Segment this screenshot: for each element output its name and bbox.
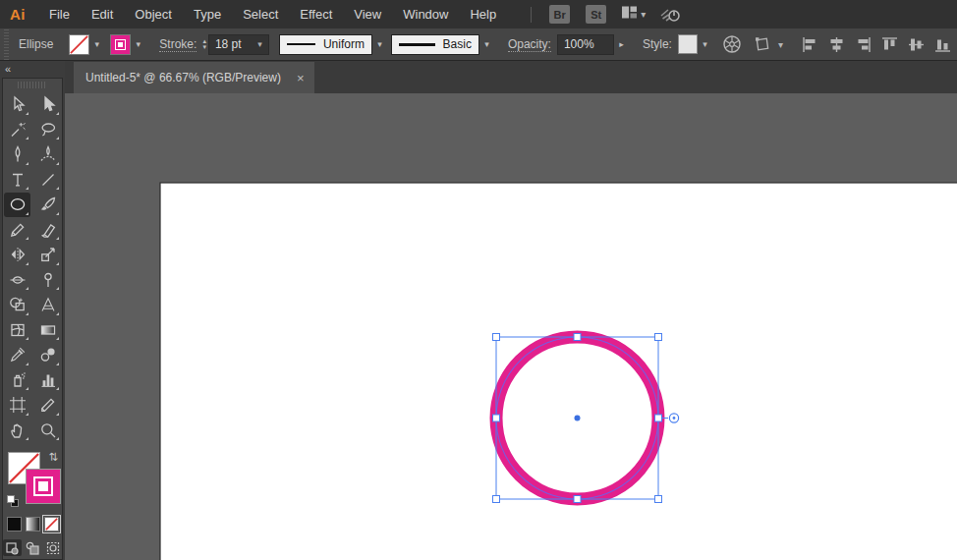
opacity-panel-link[interactable]: Opacity: [508, 37, 551, 52]
menu-item-object[interactable]: Object [124, 0, 183, 28]
symbol-sprayer-tool[interactable] [4, 368, 30, 393]
rotate-tool[interactable] [4, 243, 30, 267]
default-fill-stroke-icon[interactable] [7, 495, 19, 507]
brush-preview [399, 43, 435, 46]
stroke-swatch-chevron-icon[interactable]: ▾ [131, 34, 145, 55]
stroke-panel-link[interactable]: Stroke: [159, 37, 197, 52]
pencil-tool[interactable] [4, 218, 30, 243]
selection-tool[interactable] [4, 92, 30, 117]
tab-close-icon[interactable]: × [297, 71, 305, 85]
handle-top-right [655, 334, 662, 341]
drawing-mode-buttons [3, 539, 63, 556]
draw-inside-button[interactable] [44, 539, 63, 556]
menu-item-view[interactable]: View [343, 0, 392, 28]
stroke-weight-stepper[interactable]: ▴▾ [202, 38, 206, 50]
direct-selection-tool[interactable] [34, 92, 61, 117]
slice-tool[interactable] [34, 393, 61, 418]
bridge-button[interactable]: Br [549, 5, 570, 24]
recolor-artwork-icon[interactable] [722, 34, 742, 54]
illustrator-window: Ai FileEditObjectTypeSelectEffectViewWin… [0, 0, 957, 560]
menu-item-edit[interactable]: Edit [81, 0, 124, 28]
curvature-tool[interactable] [34, 142, 61, 167]
stroke-weight-field[interactable]: 18 pt▾ [208, 34, 269, 55]
stroke-proxy-color[interactable] [26, 469, 61, 504]
width-profile-preview [287, 43, 315, 45]
perspective-grid-tool[interactable] [34, 293, 61, 317]
document-tab-title: Untitled-5* @ 66.67% (RGB/Preview) [85, 71, 281, 84]
blend-tool[interactable] [34, 343, 61, 367]
menubar-right: Br St ▾ [521, 5, 688, 24]
tools-grid [4, 92, 61, 442]
align-horizontal-center-icon[interactable] [823, 32, 850, 56]
menu-item-type[interactable]: Type [183, 0, 232, 28]
app-logo[interactable]: Ai [0, 6, 38, 23]
power-icon[interactable] [659, 6, 681, 24]
live-shape-widget[interactable] [669, 414, 678, 422]
zoom-tool[interactable] [34, 419, 61, 443]
fill-color-swatch[interactable] [69, 34, 89, 55]
draw-normal-button[interactable] [3, 539, 22, 556]
canvas-viewport[interactable] [65, 93, 957, 560]
eyedropper-tool[interactable] [4, 343, 30, 367]
color-type-buttons [7, 517, 59, 532]
column-graph-tool[interactable] [34, 368, 61, 393]
menu-item-effect[interactable]: Effect [289, 0, 343, 28]
pen-tool[interactable] [4, 142, 30, 167]
menu-item-select[interactable]: Select [232, 0, 289, 28]
eraser-tool[interactable] [34, 218, 61, 243]
toolbar-grip[interactable] [18, 82, 47, 88]
paintbrush-tool[interactable] [34, 193, 61, 217]
type-tool[interactable] [4, 168, 30, 193]
color-button[interactable] [7, 517, 22, 532]
brush-dropdown[interactable]: Basic [391, 34, 479, 55]
toolbar-panel: ⇄ [2, 78, 63, 560]
menubar-separator [531, 7, 532, 23]
stock-button[interactable]: St [586, 5, 606, 24]
artboard-tool[interactable] [4, 393, 30, 418]
draw-behind-button[interactable] [24, 539, 42, 556]
tool-dock: « ⇄ [0, 61, 65, 560]
fill-swatch-chevron-icon[interactable]: ▾ [89, 34, 104, 55]
style-swatch[interactable] [678, 34, 698, 54]
transform-options-icon[interactable]: ▾ [754, 34, 783, 54]
mesh-tool[interactable] [4, 318, 30, 343]
handle-bottom-left [493, 496, 500, 503]
swap-fill-stroke-icon[interactable]: ⇄ [47, 452, 60, 461]
align-horizontal-right-icon[interactable] [850, 32, 876, 56]
gradient-tool[interactable] [34, 318, 61, 343]
center-point[interactable] [575, 416, 581, 421]
brush-chevron-icon[interactable]: ▾ [479, 34, 494, 55]
gradient-button[interactable] [26, 517, 40, 532]
handle-middle-left [493, 415, 500, 421]
scale-tool[interactable] [34, 243, 61, 267]
menu-item-window[interactable]: Window [392, 0, 459, 28]
menu-item-help[interactable]: Help [459, 0, 507, 28]
toolbar-collapse-button[interactable]: « [5, 64, 10, 74]
opacity-slider-arrow-icon[interactable]: ▸ [614, 34, 629, 55]
document-tab[interactable]: Untitled-5* @ 66.67% (RGB/Preview) × [74, 62, 314, 93]
line-segment-tool[interactable] [34, 168, 61, 193]
width-tool[interactable] [4, 268, 30, 293]
control-bar: Ellipse ▾ ▾ Stroke: ▴▾ 18 pt▾ Uniform ▾ … [0, 28, 957, 61]
width-profile-chevron-icon[interactable]: ▾ [372, 34, 387, 55]
shape-builder-tool[interactable] [4, 293, 30, 317]
lasso-tool[interactable] [34, 118, 61, 142]
none-button[interactable] [44, 517, 59, 532]
menu-item-file[interactable]: File [38, 0, 81, 28]
style-chevron-icon[interactable]: ▾ [698, 34, 712, 55]
align-vertical-top-icon[interactable] [876, 32, 903, 56]
workspace-switcher[interactable]: ▾ [621, 5, 646, 24]
align-horizontal-left-icon[interactable] [797, 32, 823, 56]
ellipse-tool[interactable] [4, 193, 30, 217]
align-vertical-center-icon[interactable] [903, 32, 929, 56]
magic-wand-tool[interactable] [4, 118, 30, 142]
document-area: Untitled-5* @ 66.67% (RGB/Preview) × [65, 61, 957, 560]
puppet-warp-tool[interactable] [34, 268, 61, 293]
panel-grip[interactable] [2, 28, 11, 60]
width-profile-dropdown[interactable]: Uniform [279, 34, 372, 55]
chevron-down-icon: ▾ [641, 9, 646, 20]
stroke-color-swatch[interactable] [110, 34, 131, 55]
align-vertical-bottom-icon[interactable] [929, 32, 956, 56]
opacity-field[interactable]: 100% [557, 34, 614, 55]
hand-tool[interactable] [4, 419, 30, 443]
